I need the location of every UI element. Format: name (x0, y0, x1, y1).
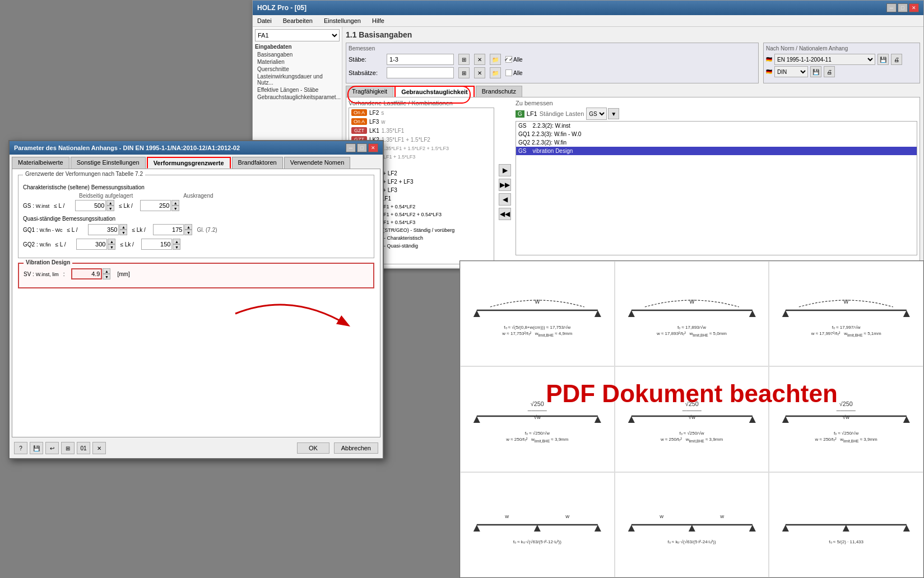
menu-datei[interactable]: Datei (255, 16, 274, 25)
svg-text:w: w (659, 513, 663, 519)
staebe-input[interactable] (387, 54, 454, 65)
stabsaetze-input[interactable] (387, 67, 454, 78)
param-icon3[interactable]: ↩ (45, 442, 59, 454)
gq1-spin2-up[interactable]: ▲ (184, 224, 192, 230)
svg-text:√w: √w (534, 413, 541, 419)
alle-label2: Alle (513, 70, 523, 76)
zb-item-2[interactable]: GQ2 2.2.3(2): W.fin (516, 138, 917, 147)
svg-marker-20 (749, 416, 755, 423)
gq2-spin1-up[interactable]: ▲ (108, 239, 115, 244)
gs-spin1-down[interactable]: ▼ (106, 206, 114, 211)
lf-item-1[interactable]: On A LF3 w (349, 117, 494, 126)
menu-einstellungen[interactable]: Einstellungen (322, 16, 363, 25)
tree-lasteinwirkung[interactable]: Lasteinwirkungsdauer und Nutz... (255, 73, 340, 86)
cancel-btn[interactable]: Abbrechen (334, 442, 378, 454)
gq2-spin2-up[interactable]: ▲ (173, 239, 180, 244)
gq1-spin1-up[interactable]: ▲ (119, 224, 127, 230)
stabsaetze-icon3[interactable]: 📁 (490, 67, 501, 78)
gs-val1-input[interactable] (75, 200, 106, 211)
param-tab-sonstige[interactable]: Sonstige Einstellungen (71, 157, 146, 169)
sv-spin-up[interactable]: ▲ (103, 268, 110, 274)
din-icon1[interactable]: 💾 (810, 66, 821, 77)
gq1-spin2: ▲ ▼ (184, 224, 192, 235)
stabsaetze-icon1[interactable]: ⊞ (458, 67, 470, 78)
restore-btn[interactable]: □ (898, 3, 908, 12)
tree-effektive[interactable]: Effektive Längen - Stäbe (255, 86, 340, 94)
norm-icon2[interactable]: 🖨 (891, 54, 902, 65)
tab-tragfahigkeit[interactable]: Tragfähigkeit (346, 86, 393, 97)
gq2-input2-row: ▲ ▼ (141, 239, 180, 250)
fa-dropdown[interactable]: FA1 (255, 29, 340, 41)
param-icon4[interactable]: ⊞ (61, 442, 75, 454)
minimize-btn[interactable]: ─ (886, 3, 897, 12)
sv-spin-down[interactable]: ▼ (103, 274, 110, 279)
param-tab-normen[interactable]: Verwendete Nomen (284, 157, 351, 169)
gs-spin1-up[interactable]: ▲ (106, 200, 114, 206)
tab-gebrauch[interactable]: Gebrauchstauglichkeit (394, 86, 475, 97)
arrow-left-btn[interactable]: ◀ (499, 193, 511, 206)
alle-checkbox2[interactable]: Alle (505, 69, 523, 76)
gs-spin2-up[interactable]: ▲ (171, 200, 179, 206)
pdf-formula-6: f₀ ≈ k₀·√(√63/(5·l²-12·l₀²)) (513, 539, 561, 544)
quasi-title: Quasi-ständige Bemessungssituation (23, 216, 369, 222)
gq1-spin1-down[interactable]: ▼ (119, 230, 127, 235)
tree-basisangaben[interactable]: Basisangaben (255, 51, 340, 58)
staebe-icon2[interactable]: ✕ (474, 54, 485, 65)
alle-cb1[interactable]: ✓ (505, 56, 512, 63)
menu-bearbeiten[interactable]: Bearbeiten (281, 16, 315, 25)
lf-item-2[interactable]: GZT LK1 1.35*LF1 (349, 126, 494, 135)
tree-gebrauchs[interactable]: Gebrauchstauglichkeitsparamet... (255, 94, 340, 101)
param-close-btn[interactable]: ✕ (368, 143, 378, 152)
param-tab-brand[interactable]: Brandfaktoren (232, 157, 283, 169)
sv-value-input[interactable] (71, 268, 102, 279)
param-tab-verform[interactable]: Verformungsgrenzwerte (147, 157, 231, 169)
lf-text-0: LF2 (369, 110, 379, 116)
staebe-icon3[interactable]: 📁 (490, 54, 501, 65)
gq1-val2-input[interactable] (153, 224, 184, 235)
gq2-val1-input[interactable] (76, 239, 107, 250)
svg-marker-31 (473, 525, 480, 532)
norm-select[interactable]: EN 1995-1-1-2004-11 (774, 54, 875, 65)
gs-spin2-down[interactable]: ▼ (171, 206, 179, 211)
din-icon2[interactable]: 🖨 (824, 66, 835, 77)
gs-icon[interactable]: ▼ (608, 108, 619, 119)
lf-item-0[interactable]: On A LF2 s (349, 108, 494, 117)
stabsaetze-icon2[interactable]: ✕ (474, 67, 485, 78)
gq2-val2-input[interactable] (141, 239, 172, 250)
gq2-label: GQ2 : W.fin (23, 241, 50, 248)
param-icon5[interactable]: 01 (77, 442, 90, 454)
param-minimize-btn[interactable]: ─ (346, 143, 356, 152)
param-restore-btn[interactable]: □ (357, 143, 367, 152)
tab-brandschutz[interactable]: Brandschutz (476, 86, 522, 97)
tree-querschnitte[interactable]: Querschnitte (255, 66, 340, 73)
din-select[interactable]: DIN (774, 66, 808, 77)
norm-icon1[interactable]: 💾 (877, 54, 889, 65)
gq2-spin1-down[interactable]: ▼ (108, 244, 115, 250)
staebe-icon1[interactable]: ⊞ (458, 54, 470, 65)
gq2-spin2-down[interactable]: ▼ (173, 244, 180, 250)
param-icon2[interactable]: 💾 (30, 442, 43, 454)
param-icon6[interactable]: ✕ (92, 442, 106, 454)
arrow-right-dbl-btn[interactable]: ▶▶ (499, 179, 511, 191)
gq1-spin2-down[interactable]: ▼ (184, 230, 192, 235)
menu-hilfe[interactable]: Hilfe (370, 16, 387, 25)
close-btn[interactable]: ✕ (909, 3, 919, 12)
gs-val2-input[interactable] (140, 200, 171, 211)
alle-checkbox1[interactable]: ✓ Alle (505, 56, 523, 63)
param-tab-material[interactable]: Materialbeiwerte (12, 157, 69, 169)
gq1-val1-input[interactable] (88, 224, 119, 235)
gs-select[interactable]: GS (586, 108, 607, 120)
param-title-bar: Parameter des Nationalen Anhangs - DIN E… (10, 141, 383, 155)
arrow-left-dbl-btn[interactable]: ◀◀ (499, 208, 511, 220)
arrow-right-btn[interactable]: ▶ (499, 164, 511, 176)
alle-cb2[interactable] (505, 69, 512, 76)
svg-marker-32 (534, 525, 541, 532)
zb-item-0[interactable]: GS 2.2.3(2): W.inst (516, 122, 917, 130)
tree-materialien[interactable]: Materialien (255, 58, 340, 66)
beam-svg-7: w w (617, 505, 767, 538)
pdf-formula-2a: f₀ ≈ 17,997/√w (832, 325, 861, 330)
param-icon1[interactable]: ? (14, 442, 27, 454)
zb-item-1[interactable]: GQ1 2.2.3(3): W.fin - W.0 (516, 130, 917, 138)
zb-item-3[interactable]: GS vibration Design (516, 147, 917, 155)
ok-btn[interactable]: OK (297, 442, 329, 454)
